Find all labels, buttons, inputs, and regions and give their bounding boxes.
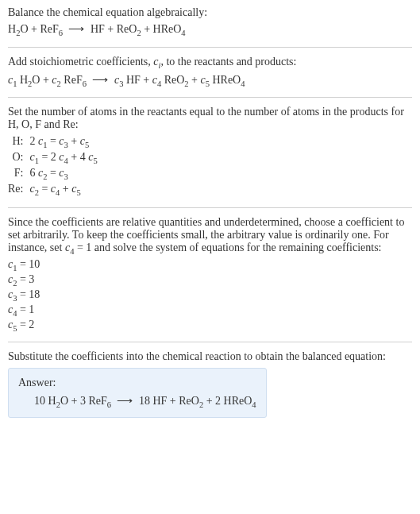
val: = 18 <box>17 288 40 300</box>
list-item: c1 = 10 <box>8 258 412 272</box>
section-answer: Substitute the coefficients into the che… <box>8 350 412 418</box>
sub: 4 <box>241 79 245 87</box>
s: 5 <box>93 157 97 165</box>
divider <box>8 207 412 208</box>
unbalanced-equation: H2O + ReF6 ⟶ HF + ReO2 + HReO4 <box>8 22 412 37</box>
section-solve: Since the coefficients are relative quan… <box>8 216 412 333</box>
arrow-icon: ⟶ <box>87 74 114 86</box>
element-label: H: <box>8 134 29 150</box>
text: , to the reactants and products: <box>160 56 296 68</box>
divider <box>8 97 412 98</box>
text: = 1 and solve the system of equations fo… <box>74 242 381 253</box>
sp: HF + <box>123 74 152 86</box>
coeff-intro: Add stoichiometric coefficients, ci, to … <box>8 56 412 70</box>
val: = 1 <box>17 303 34 315</box>
eq: = <box>39 183 51 195</box>
val: = 3 <box>17 273 34 285</box>
coeff-equation: c1 H2O + c2 ReF6 ⟶ c3 HF + c4 ReO2 + c5 … <box>8 73 412 88</box>
divider <box>8 47 412 48</box>
list-item: c3 = 18 <box>8 288 412 303</box>
val: = 2 <box>17 319 34 330</box>
list-item: c2 = 3 <box>8 273 412 288</box>
eq: = <box>47 167 59 179</box>
product-tail: + 2 HReO <box>203 395 252 407</box>
plus: + <box>68 135 80 147</box>
val: = 10 <box>17 258 40 270</box>
balance-eq: 2 c1 = c3 + c5 <box>29 134 102 150</box>
tail: O + <box>32 74 52 86</box>
answer-label: Answer: <box>18 377 256 389</box>
balance-eq: c2 = c4 + c5 <box>29 182 102 198</box>
problem-title: Balance the chemical equation algebraica… <box>8 6 412 19</box>
table-row: H: 2 c1 = c3 + c5 <box>8 134 102 150</box>
atom-balance-table: H: 2 c1 = c3 + c5 O: c1 = 2 c4 + 4 c5 F:… <box>8 134 102 197</box>
reactant-tail: O + ReF <box>20 23 58 35</box>
product-tail: + HReO <box>141 23 182 35</box>
plus: + <box>60 183 71 195</box>
arrow-icon: ⟶ <box>63 23 91 35</box>
reactant-text: 10 H <box>34 395 56 407</box>
tail: + <box>189 74 201 86</box>
balance-eq: 6 c2 = c3 <box>29 166 102 182</box>
sp: ReO <box>161 74 184 86</box>
product-text: 18 HF + ReO <box>139 395 199 407</box>
balanced-equation: 10 H2O + 3 ReF6 ⟶ 18 HF + ReO2 + 2 HReO4 <box>18 394 256 409</box>
list-item: c4 = 1 <box>8 303 412 318</box>
s: 5 <box>85 141 89 149</box>
sp: ReF <box>61 74 83 86</box>
answer-box: Answer: 10 H2O + 3 ReF6 ⟶ 18 HF + ReO2 +… <box>8 368 267 418</box>
element-label: O: <box>8 150 29 166</box>
arrow-icon: ⟶ <box>111 395 139 407</box>
solve-intro: Since the coefficients are relative quan… <box>8 216 412 256</box>
sub: 4 <box>252 400 256 409</box>
answer-intro: Substitute the coefficients into the che… <box>8 350 412 363</box>
list-item: c5 = 2 <box>8 319 412 333</box>
product-text: HF + ReO <box>91 23 137 35</box>
t: 2 <box>29 135 38 147</box>
s: 3 <box>64 172 68 181</box>
sub: 4 <box>181 29 185 37</box>
element-label: F: <box>8 166 29 182</box>
reactant-tail: O + 3 ReF <box>60 395 107 407</box>
s: 5 <box>76 188 80 197</box>
atoms-intro: Set the number of atoms in the reactants… <box>8 106 412 131</box>
table-row: F: 6 c2 = c3 <box>8 166 102 182</box>
element-label: Re: <box>8 182 29 198</box>
section-atoms: Set the number of atoms in the reactants… <box>8 106 412 197</box>
sp: HReO <box>210 74 241 86</box>
t: 6 <box>29 167 38 179</box>
section-problem: Balance the chemical equation algebraica… <box>8 6 412 37</box>
balance-eq: c1 = 2 c4 + 4 c5 <box>29 150 102 166</box>
text: Add stoichiometric coefficients, <box>8 56 153 68</box>
reactant-text: H <box>8 23 16 35</box>
section-coefficients: Add stoichiometric coefficients, ci, to … <box>8 56 412 88</box>
table-row: Re: c2 = c4 + c5 <box>8 182 102 198</box>
eq: = 2 <box>39 151 59 163</box>
sp: H <box>17 74 28 86</box>
plus: + 4 <box>68 151 88 163</box>
coefficient-list: c1 = 10 c2 = 3 c3 = 18 c4 = 1 c5 = 2 <box>8 258 412 332</box>
table-row: O: c1 = 2 c4 + 4 c5 <box>8 150 102 166</box>
divider <box>8 342 412 342</box>
eq: = <box>47 135 59 147</box>
